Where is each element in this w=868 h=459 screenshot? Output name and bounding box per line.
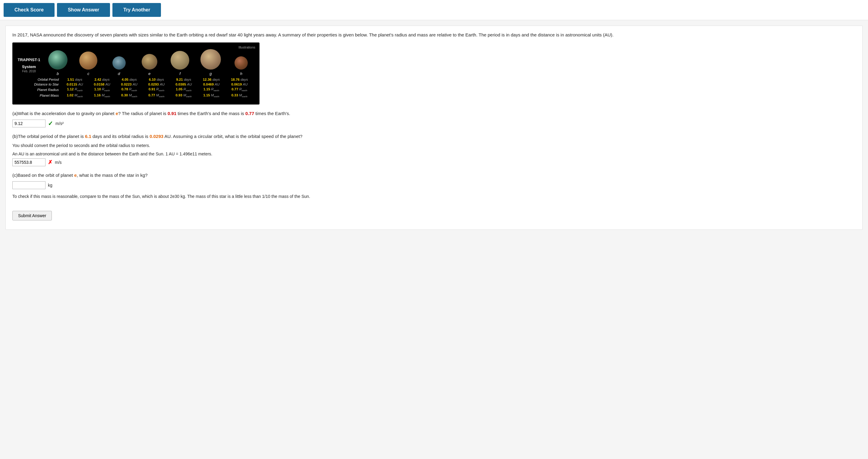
planet-g-label: g <box>210 71 212 76</box>
question-b-answer-row: ✗ m/s <box>12 158 856 166</box>
qa-radius-middle: times the Earth's and the mass is <box>176 111 245 116</box>
planet-h-image <box>235 56 248 70</box>
planet-col-e: e <box>134 54 164 77</box>
planet-d-row-0: 4.05 days <box>116 77 143 82</box>
planet-f-row-1: 0.0385 AU <box>170 82 197 87</box>
qb-radius: 0.0293 <box>150 134 163 139</box>
planet-c-row-0: 2.42 days <box>88 77 116 82</box>
planet-f-row-2: 1.05 Rearth <box>170 87 197 93</box>
qc-prefix: (c)Based on the orbit of planet <box>12 172 74 178</box>
planet-h-label: h <box>240 71 242 76</box>
planet-e-row-2: 0.91 Rearth <box>143 87 170 93</box>
planet-g-row-0: 12.36 days <box>197 77 225 82</box>
planet-image-container: Illustrations TRAPPIST-1 System Feb. 201… <box>12 42 259 104</box>
question-c-answer-row: kg <box>12 181 856 189</box>
row-label-0: Orbital Period <box>19 77 61 82</box>
question-c-block: (c)Based on the orbit of planet e, what … <box>12 172 856 200</box>
system-name: TRAPPIST-1 <box>16 58 42 63</box>
planet-col-d: d <box>104 56 134 77</box>
planet-data-table: Orbital Period1.51 days2.42 days4.05 day… <box>19 77 253 98</box>
qa-radius: 0.91 <box>167 111 176 116</box>
question-c-unit: kg <box>48 183 53 188</box>
planet-d-label: d <box>118 71 120 76</box>
planet-h-row-0: 18.76 days <box>225 77 253 82</box>
planet-d-row-2: 0.78 Rearth <box>116 87 143 93</box>
planet-b-row-3: 1.02 Mearth <box>61 93 88 98</box>
planet-f-image <box>170 51 189 70</box>
planet-b-row-1: 0.0115 AU <box>61 82 88 87</box>
question-a-block: (a)What is the acceleration due to gravi… <box>12 110 856 127</box>
planet-c-row-2: 1.10 Rearth <box>88 87 116 93</box>
planet-e-row-0: 6.10 days <box>143 77 170 82</box>
question-a-input[interactable] <box>12 120 45 127</box>
qa-middle: ? The radius of planet is <box>118 111 167 116</box>
show-answer-button[interactable]: Show Answer <box>57 3 110 17</box>
planet-h-row-3: 0.33 Mearth <box>225 93 253 98</box>
planet-h-row-1: 0.0619 AU <box>225 82 253 87</box>
planet-col-b: b <box>42 50 73 77</box>
question-c-input[interactable] <box>12 181 45 189</box>
planet-h-row-2: 0.77 Rearth <box>225 87 253 93</box>
submit-answer-button[interactable]: Submit Answer <box>12 211 52 221</box>
qb-period: 6.1 <box>85 134 91 139</box>
row-label-3: Planet Mass <box>19 93 61 98</box>
qc-suffix: , what is the mass of the star in kg? <box>76 172 147 178</box>
planet-d-image <box>113 56 126 70</box>
image-label: Illustrations <box>239 45 255 49</box>
main-content: In 2017, NASA announced the discovery of… <box>5 26 863 230</box>
planet-g-row-3: 1.15 Mearth <box>197 93 225 98</box>
toolbar: Check Score Show Answer Try Another <box>0 0 868 20</box>
question-b-text: (b)The orbital period of the planet is 6… <box>12 133 856 140</box>
planet-b-image <box>48 50 67 70</box>
planet-b-label: b <box>57 71 59 76</box>
planet-col-f: f <box>165 51 195 77</box>
planet-g-image <box>200 49 221 70</box>
question-b-hint1: You should convert the period to seconds… <box>12 142 856 149</box>
question-a-correct-icon: ✓ <box>48 120 53 127</box>
check-score-button[interactable]: Check Score <box>4 3 55 17</box>
planet-g-row-2: 1.15 Rearth <box>197 87 225 93</box>
planet-e-label: e <box>148 71 150 76</box>
question-b-hint2: An AU is an astronomical unit and is the… <box>12 151 856 158</box>
qb-prefix: (b)The orbital period of the planet is <box>12 134 85 139</box>
question-b-unit: m/s <box>55 160 62 165</box>
row-label-2: Planet Radius <box>19 87 61 93</box>
try-another-button[interactable]: Try Another <box>113 3 161 17</box>
question-a-answer-row: ✓ m/s² <box>12 120 856 127</box>
planet-d-row-3: 0.30 Mearth <box>116 93 143 98</box>
qa-mass: 0.77 <box>245 111 254 116</box>
planet-f-row-0: 9.21 days <box>170 77 197 82</box>
planet-c-label: c <box>87 71 90 76</box>
data-row-2: Planet Radius1.12 Rearth1.10 Rearth0.78 … <box>19 87 253 93</box>
question-b-wrong-icon: ✗ <box>48 159 53 166</box>
system-date: Feb. 2018 <box>16 70 42 73</box>
question-a-text: (a)What is the acceleration due to gravi… <box>12 110 856 117</box>
question-c-hint: To check if this mass is reasonable, com… <box>12 193 856 200</box>
planet-e-image <box>142 54 157 70</box>
question-b-input[interactable] <box>12 158 45 166</box>
question-a-unit: m/s² <box>56 121 64 126</box>
data-row-3: Planet Mass1.02 Mearth1.16 Mearth0.30 Me… <box>19 93 253 98</box>
planet-f-label: f <box>180 71 181 76</box>
planet-e-row-1: 0.0293 AU <box>143 82 170 87</box>
planet-f-row-3: 0.93 Mearth <box>170 93 197 98</box>
system-label: System <box>16 64 42 70</box>
qb-suffix: AU. Assuming a circular orbit, what is t… <box>163 134 302 139</box>
planet-b-row-0: 1.51 days <box>61 77 88 82</box>
planet-e-row-3: 0.77 Mearth <box>143 93 170 98</box>
planet-c-row-1: 0.0158 AU <box>88 82 116 87</box>
data-row-1: Distance to Star0.0115 AU0.0158 AU0.0223… <box>19 82 253 87</box>
question-c-text: (c)Based on the orbit of planet e, what … <box>12 172 856 179</box>
question-b-block: (b)The orbital period of the planet is 6… <box>12 133 856 166</box>
planet-d-row-1: 0.0223 AU <box>116 82 143 87</box>
qa-prefix: (a)What is the acceleration due to gravi… <box>12 111 116 116</box>
qa-suffix: times the Earth's. <box>254 111 290 116</box>
row-label-1: Distance to Star <box>19 82 61 87</box>
planet-c-image <box>79 52 97 70</box>
qa-planet: e <box>116 111 118 116</box>
planet-col-h: h <box>226 56 256 77</box>
planet-col-c: c <box>73 52 103 77</box>
planet-g-row-1: 0.0469 AU <box>197 82 225 87</box>
qb-period-middle: days and its orbital radius is <box>91 134 150 139</box>
intro-text: In 2017, NASA announced the discovery of… <box>12 31 856 38</box>
